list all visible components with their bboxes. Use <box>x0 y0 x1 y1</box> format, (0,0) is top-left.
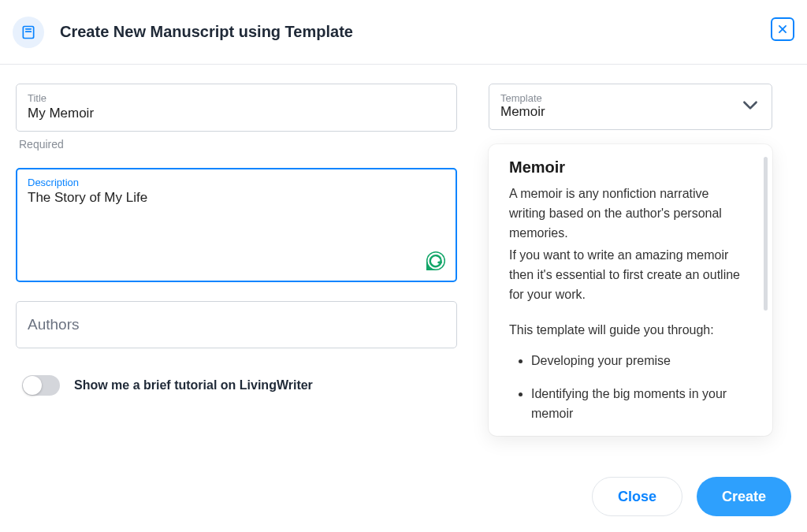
close-button[interactable]: Close <box>592 477 682 516</box>
title-helper: Required <box>19 138 457 151</box>
template-para-2: If you want to write an amazing memoir t… <box>509 246 746 304</box>
description-label: Description <box>28 177 445 188</box>
authors-placeholder: Authors <box>28 316 79 333</box>
template-bullet: Developing your premise <box>531 352 746 371</box>
create-manuscript-modal: Create New Manuscript using Template Tit… <box>0 0 807 532</box>
template-para-3: This template will guide you through: <box>509 321 746 340</box>
form-column: Title Required Description Authors <box>16 84 457 461</box>
tutorial-toggle-row: Show me a brief tutorial on LivingWriter <box>16 375 457 396</box>
grammarly-icon[interactable] <box>422 247 448 273</box>
title-input[interactable] <box>28 106 445 121</box>
book-icon <box>13 17 44 48</box>
template-bullets: Developing your premise Identifying the … <box>509 352 746 424</box>
page-title: Create New Manuscript using Template <box>60 23 353 41</box>
scrollbar[interactable] <box>764 157 768 311</box>
modal-footer: Close Create <box>0 461 807 532</box>
title-field[interactable]: Title <box>16 84 457 132</box>
template-column: Template Memoir Memoir A memoir is any n… <box>489 84 772 461</box>
template-value: Memoir <box>500 104 545 119</box>
header-left: Create New Manuscript using Template <box>13 17 353 48</box>
modal-body: Title Required Description Authors <box>0 65 807 461</box>
template-label: Template <box>500 92 545 104</box>
create-button[interactable]: Create <box>697 477 791 516</box>
authors-field[interactable]: Authors <box>16 301 457 348</box>
close-icon[interactable] <box>771 17 794 41</box>
tutorial-toggle-label: Show me a brief tutorial on LivingWriter <box>74 378 313 392</box>
template-card-body: A memoir is any nonfiction narrative wri… <box>509 184 757 424</box>
template-card-title: Memoir <box>509 158 757 177</box>
title-label: Title <box>28 92 445 104</box>
template-bullet: Identifying the big moments in your memo… <box>531 385 746 424</box>
description-input[interactable] <box>28 190 445 269</box>
template-dropdown[interactable]: Template Memoir <box>489 84 772 130</box>
template-dropdown-text: Template Memoir <box>500 92 545 120</box>
chevron-down-icon <box>740 95 761 118</box>
modal-header: Create New Manuscript using Template <box>0 0 807 65</box>
toggle-knob <box>23 376 42 395</box>
template-para-1: A memoir is any nonfiction narrative wri… <box>509 184 746 243</box>
template-description-card: Memoir A memoir is any nonfiction narrat… <box>489 144 772 436</box>
description-field[interactable]: Description <box>16 168 457 282</box>
tutorial-toggle[interactable] <box>22 375 60 396</box>
